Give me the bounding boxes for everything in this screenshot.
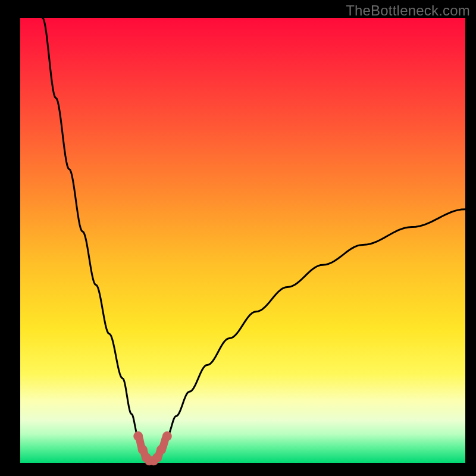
bottleneck-chart	[0, 0, 476, 476]
chart-frame: TheBottleneck.com	[0, 0, 476, 476]
watermark-text: TheBottleneck.com	[346, 2, 470, 19]
marker-dot	[133, 431, 143, 441]
marker-dot	[162, 431, 172, 441]
marker-dot	[156, 445, 166, 455]
